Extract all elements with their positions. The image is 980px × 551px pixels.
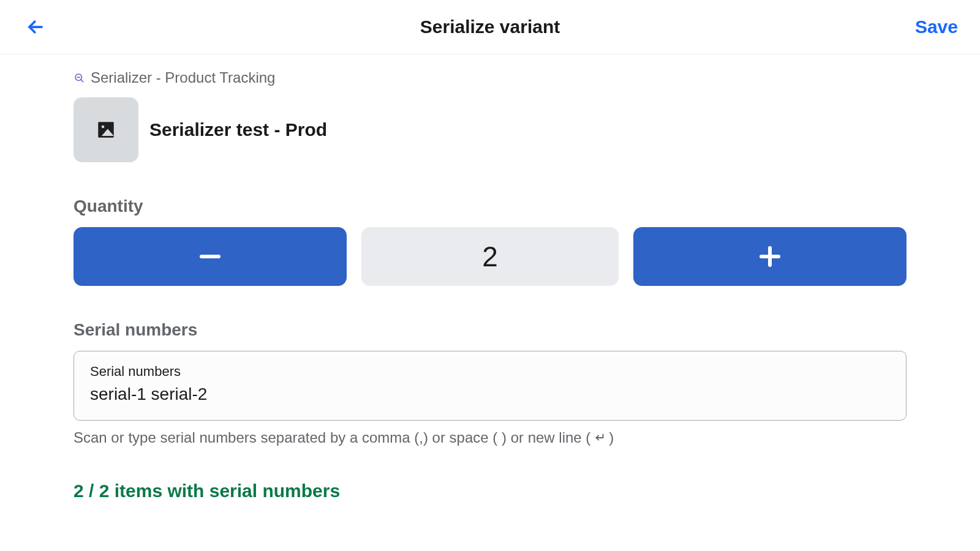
- header: Serialize variant Save: [0, 0, 980, 54]
- hint-suffix: ): [609, 429, 614, 446]
- serial-hint: Scan or type serial numbers separated by…: [74, 429, 907, 446]
- quantity-stepper: 2: [74, 227, 907, 286]
- summary-status: 2 / 2 items with serial numbers: [74, 481, 907, 501]
- save-button[interactable]: Save: [915, 17, 958, 37]
- increment-button[interactable]: [633, 227, 907, 286]
- serial-input[interactable]: [90, 384, 890, 404]
- quantity-label: Quantity: [74, 197, 907, 216]
- serial-input-label: Serial numbers: [90, 364, 890, 380]
- serials-label: Serial numbers: [74, 320, 907, 340]
- breadcrumb: Serializer - Product Tracking: [74, 69, 907, 86]
- breadcrumb-text: Serializer - Product Tracking: [91, 69, 275, 86]
- arrow-left-icon: [26, 18, 45, 36]
- product-title: Serializer test - Prod: [149, 119, 327, 140]
- page-title: Serialize variant: [420, 17, 560, 37]
- serial-numbers-field[interactable]: Serial numbers: [74, 351, 907, 421]
- decrement-button[interactable]: [74, 227, 347, 286]
- app-icon: [74, 72, 85, 83]
- svg-point-4: [102, 126, 105, 129]
- content: Serializer - Product Tracking Serializer…: [0, 54, 980, 501]
- quantity-value: 2: [361, 227, 619, 286]
- product-row: Serializer test - Prod: [74, 97, 907, 162]
- back-button[interactable]: [22, 13, 49, 40]
- hint-prefix: Scan or type serial numbers separated by…: [74, 429, 590, 446]
- plus-icon: [755, 242, 785, 271]
- product-thumbnail: [74, 97, 138, 162]
- svg-line-2: [81, 80, 83, 82]
- image-icon: [96, 119, 116, 140]
- return-icon: [593, 431, 606, 444]
- minus-icon: [195, 242, 225, 271]
